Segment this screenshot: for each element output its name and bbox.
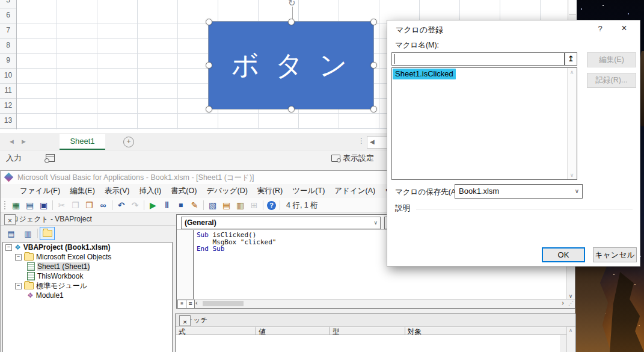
horizontal-scrollbar[interactable]: ≡ ≣ ‹ › ⋰: [177, 299, 575, 308]
toolbar-grip[interactable]: [4, 201, 7, 209]
resize-handle-se[interactable]: [370, 106, 377, 113]
cut-icon[interactable]: ✂: [57, 200, 67, 210]
scroll-down-icon[interactable]: ∨: [568, 172, 576, 178]
watch-column-expression[interactable]: 式: [176, 327, 256, 335]
menu-debug[interactable]: デバッグ(D): [201, 184, 253, 198]
row-header[interactable]: 6: [0, 8, 16, 23]
paste-icon[interactable]: ❐: [84, 200, 94, 210]
resize-handle-s[interactable]: [288, 106, 295, 113]
resize-handle-n[interactable]: [288, 19, 295, 25]
tree-item-sheet1[interactable]: Sheet1 (Sheet1): [3, 262, 172, 271]
redo-icon[interactable]: ↷: [130, 200, 140, 210]
menu-tools[interactable]: ツール(T): [287, 184, 330, 198]
record-button[interactable]: 記録(R)...: [587, 73, 636, 88]
resize-handle-w[interactable]: [206, 62, 212, 69]
menu-file[interactable]: ファイル(F): [15, 184, 65, 198]
close-icon[interactable]: ×: [618, 23, 630, 34]
macro-list-item[interactable]: Sheet1.isClicked: [393, 69, 456, 79]
watch-column-value[interactable]: 値: [256, 327, 330, 335]
toolbox-icon[interactable]: ⊞: [249, 200, 259, 210]
break-icon[interactable]: ‖: [162, 200, 172, 210]
scroll-left-icon[interactable]: ‹: [195, 299, 198, 306]
view-object-icon[interactable]: ▤: [25, 200, 35, 210]
menu-edit[interactable]: 編集(E): [65, 184, 100, 198]
collapse-icon[interactable]: −: [15, 283, 22, 289]
arrow-up-icon[interactable]: ↥: [565, 52, 577, 66]
scrollbar-thumb[interactable]: [569, 0, 576, 15]
size-grip-icon[interactable]: ⋰: [568, 300, 574, 306]
display-settings-button[interactable]: 表示設定: [331, 153, 374, 164]
help-icon[interactable]: ?: [595, 24, 605, 33]
design-mode-icon[interactable]: ✎: [189, 200, 200, 210]
macro-record-icon[interactable]: [46, 154, 55, 162]
row-header[interactable]: 12: [0, 98, 16, 114]
tab-splitter-dots[interactable]: ⋮: [358, 137, 365, 145]
view-code-button[interactable]: ▤: [4, 227, 19, 240]
collapse-icon[interactable]: −: [5, 244, 12, 251]
run-icon[interactable]: ▶: [148, 200, 158, 210]
vertical-scrollbar[interactable]: ∧ ∨: [567, 68, 577, 179]
menu-run[interactable]: 実行(R): [253, 184, 287, 198]
margin-indicator-bar[interactable]: [177, 230, 194, 300]
watch-column-context[interactable]: 対象: [405, 327, 568, 335]
row-header[interactable]: 10: [0, 68, 16, 84]
copy-icon[interactable]: ❐: [70, 200, 81, 210]
tree-item-modules-folder[interactable]: − 標準モジュール: [3, 281, 172, 291]
reset-icon[interactable]: ■: [176, 200, 186, 210]
watch-title-bar[interactable]: ウォッチ ×: [176, 314, 575, 327]
row-header[interactable]: 9: [0, 53, 16, 69]
row-header[interactable]: 5: [0, 0, 16, 8]
close-icon[interactable]: ×: [4, 214, 16, 225]
object-browser-icon[interactable]: ▥: [235, 200, 245, 210]
tree-item-module1[interactable]: ❖ Module1: [3, 291, 172, 300]
scroll-up-icon[interactable]: ∧: [567, 327, 574, 333]
close-icon[interactable]: ×: [179, 315, 191, 326]
macro-button-shape[interactable]: ボタン: [209, 22, 373, 109]
project-explorer-icon[interactable]: ▧: [207, 200, 218, 210]
sheet-nav-left-icon[interactable]: ◄: [8, 138, 15, 145]
row-header[interactable]: 13: [0, 113, 16, 129]
scroll-right-icon[interactable]: ›: [562, 299, 564, 306]
save-in-dropdown[interactable]: Book1.xlsm ∨: [455, 184, 583, 199]
object-dropdown[interactable]: (General) ∨: [181, 217, 381, 229]
vertical-scrollbar[interactable]: ∧: [566, 327, 575, 352]
sheet-tab-sheet1[interactable]: Sheet1: [60, 134, 105, 150]
tree-item-vbaproject[interactable]: − ❖ VBAProject (Book1.xlsm): [3, 242, 172, 252]
scroll-up-icon[interactable]: ∧: [568, 69, 576, 75]
view-object-button[interactable]: ▥: [20, 227, 35, 240]
add-sheet-button[interactable]: +: [123, 137, 134, 147]
project-panel-title-bar[interactable]: プロジェクト - VBAProject ×: [1, 213, 176, 226]
collapse-icon[interactable]: −: [15, 254, 22, 261]
ok-button[interactable]: OK: [542, 247, 585, 262]
full-module-view-button[interactable]: ≣: [186, 300, 195, 309]
excel-icon[interactable]: ▦: [11, 200, 21, 210]
tree-item-excel-objects[interactable]: − Microsoft Excel Objects: [3, 252, 172, 262]
properties-window-icon[interactable]: ▤: [221, 200, 232, 210]
undo-icon[interactable]: ↶: [116, 200, 126, 210]
toggle-folders-button[interactable]: [40, 227, 55, 240]
scroll-down-icon[interactable]: ∨: [567, 293, 574, 299]
menu-view[interactable]: 表示(V): [100, 184, 135, 198]
resize-handle-sw[interactable]: [206, 106, 212, 113]
cancel-button[interactable]: キャンセル: [593, 247, 637, 262]
macro-name-input[interactable]: [391, 52, 565, 66]
row-header[interactable]: 11: [0, 83, 16, 99]
menu-format[interactable]: 書式(O): [166, 184, 201, 198]
procedure-view-button[interactable]: ≡: [177, 300, 186, 309]
scrollbar-thumb[interactable]: [203, 301, 244, 306]
resize-handle-e[interactable]: [370, 62, 377, 69]
save-icon[interactable]: ▣: [38, 200, 49, 210]
resize-handle-ne[interactable]: [370, 19, 377, 25]
watch-column-type[interactable]: 型: [330, 327, 405, 335]
macro-list[interactable]: Sheet1.isClicked ∧ ∨: [391, 67, 577, 180]
edit-button[interactable]: 編集(E): [587, 52, 636, 67]
find-icon[interactable]: ∞: [98, 200, 108, 210]
scroll-left-icon[interactable]: ◀: [370, 138, 375, 145]
tree-item-thisworkbook[interactable]: ThisWorkbook: [3, 271, 172, 281]
menu-insert[interactable]: 挿入(I): [134, 184, 166, 198]
menu-addins[interactable]: アドイン(A): [330, 184, 380, 198]
help-icon[interactable]: ?: [267, 201, 276, 210]
code-editor[interactable]: Sub isClicked() MsgBox "clicked" End Sub: [197, 232, 276, 253]
resize-handle-nw[interactable]: [206, 19, 212, 25]
row-header[interactable]: 8: [0, 38, 16, 54]
